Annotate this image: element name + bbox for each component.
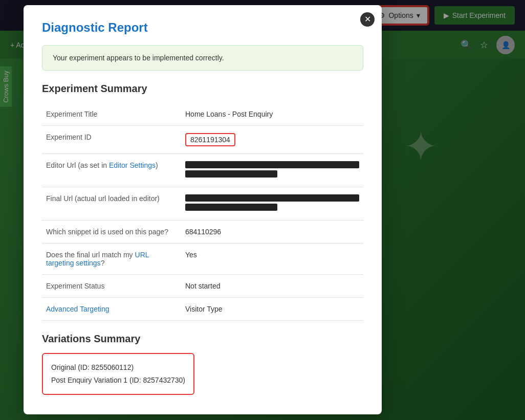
experiment-title-label: Experiment Title (42, 103, 181, 126)
variations-box: Original (ID: 8255060112) Post Enquiry V… (42, 353, 194, 395)
editor-url-value (181, 154, 363, 187)
status-value: Not started (181, 275, 363, 298)
url-match-label: Does the final url match my URL targetin… (42, 244, 181, 275)
experiment-id-badge: 8261191304 (185, 133, 235, 146)
experiment-title-value: Home Loans - Post Enquiry (181, 103, 363, 126)
editor-url-redacted-1 (185, 161, 359, 168)
table-row-title: Experiment Title Home Loans - Post Enqui… (42, 103, 363, 126)
editor-settings-link[interactable]: Editor Settings (109, 161, 156, 169)
experiment-id-value: 8261191304 (181, 126, 363, 154)
variations-title: Variations Summary (42, 333, 363, 345)
advanced-targeting-value: Visitor Type (181, 298, 363, 321)
table-row-advanced-targeting: Advanced Targeting Visitor Type (42, 298, 363, 321)
table-row-final-url: Final Url (actual url loaded in editor) (42, 187, 363, 220)
table-row-url-match: Does the final url match my URL targetin… (42, 244, 363, 275)
table-row-id: Experiment ID 8261191304 (42, 126, 363, 154)
url-match-label-end: ? (101, 259, 105, 267)
editor-url-label-text: Editor Url (as set in (46, 161, 109, 169)
final-url-redacted-2 (185, 204, 277, 211)
url-match-label-text: Does the final url match my (46, 251, 135, 259)
advanced-targeting-link[interactable]: Advanced Targeting (46, 305, 110, 313)
final-url-value (181, 187, 363, 220)
variations-section: Variations Summary Original (ID: 8255060… (42, 333, 363, 395)
table-row-status: Experiment Status Not started (42, 275, 363, 298)
final-url-redacted-1 (185, 194, 359, 202)
editor-url-redacted-2 (185, 170, 277, 178)
editor-url-label: Editor Url (as set in Editor Settings) (42, 154, 181, 187)
url-match-value: Yes (181, 244, 363, 275)
modal-title: Diagnostic Report (42, 20, 363, 35)
snippet-id-label: Which snippet id is used on this page? (42, 220, 181, 244)
modal-close-button[interactable]: ✕ (360, 12, 375, 27)
variation-item-1: Post Enquiry Variation 1 (ID: 8257432730… (51, 374, 185, 387)
experiment-info-table: Experiment Title Home Loans - Post Enqui… (42, 103, 363, 321)
table-row-snippet: Which snippet id is used on this page? 6… (42, 220, 363, 244)
variation-item-0: Original (ID: 8255060112) (51, 361, 185, 374)
modal-footer: Close (42, 410, 363, 414)
editor-url-label-end: ) (156, 161, 158, 169)
success-banner: Your experiment appears to be implemente… (42, 45, 363, 71)
snippet-id-value: 684110296 (181, 220, 363, 244)
advanced-targeting-label: Advanced Targeting (42, 298, 181, 321)
experiment-summary-title: Experiment Summary (42, 83, 363, 95)
success-message: Your experiment appears to be implemente… (53, 54, 224, 62)
experiment-id-label: Experiment ID (42, 126, 181, 154)
table-row-editor-url: Editor Url (as set in Editor Settings) (42, 154, 363, 187)
status-label: Experiment Status (42, 275, 181, 298)
diagnostic-report-modal: ✕ Diagnostic Report Your experiment appe… (24, 5, 382, 414)
final-url-label: Final Url (actual url loaded in editor) (42, 187, 181, 220)
